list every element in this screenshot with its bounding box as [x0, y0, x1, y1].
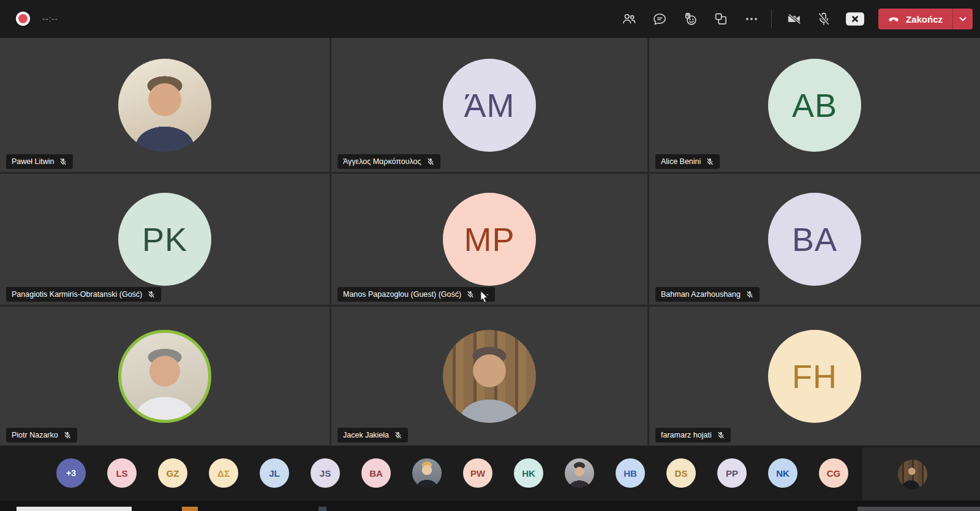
mic-off-icon [426, 157, 435, 166]
leave-button-label: Zakończ [906, 14, 943, 24]
leave-options-button[interactable] [952, 9, 973, 29]
participant-name-label: faramarz hojati [655, 428, 731, 442]
mic-off-icon [59, 157, 67, 166]
breakout-rooms-icon [713, 11, 729, 27]
participant-photo [443, 330, 536, 423]
participant-name-label: Piotr Nazarko [6, 428, 77, 442]
avatar-initials: DS [675, 468, 688, 479]
avatar-initials: PP [726, 468, 738, 479]
stop-sharing-icon [845, 12, 865, 26]
avatar-initials: ΔΣ [217, 468, 230, 479]
filmstrip-avatar[interactable]: PW [463, 458, 492, 488]
avatar-initials: JS [320, 468, 331, 479]
toolbar-device-group: Zakończ [770, 0, 973, 38]
filmstrip-avatar[interactable]: PP [717, 458, 747, 488]
toolbar-divider [771, 10, 772, 28]
avatar-initials: LS [116, 468, 127, 479]
participant-name: Panagiotis Karmiris-Obratanski (Gość) [12, 290, 142, 299]
filmstrip-avatar[interactable]: JS [311, 458, 340, 488]
reactions-icon [682, 11, 698, 27]
filmstrip-avatar[interactable]: LS [107, 458, 137, 488]
filmstrip-avatar[interactable]: GZ [158, 458, 187, 488]
camera-off-icon [786, 11, 802, 27]
mic-off-icon [466, 290, 475, 299]
mic-off-icon [816, 11, 832, 27]
chat-button[interactable] [652, 11, 668, 27]
participant-name-label: Jacek Jakieła [337, 428, 408, 442]
self-view-panel [862, 447, 980, 501]
taskbar-fragment [318, 507, 326, 511]
filmstrip-avatar[interactable]: BA [361, 458, 391, 488]
more-options-icon [744, 11, 760, 27]
recording-indicator-icon [16, 12, 30, 26]
reactions-button[interactable] [682, 11, 698, 27]
filmstrip-avatar[interactable]: DS [666, 458, 696, 488]
meeting-timer: --:-- [42, 14, 58, 23]
avatar-initials: HK [522, 468, 535, 479]
participant-tile: Jacek Jakieła [331, 307, 647, 446]
avatar-initials: GZ [167, 468, 179, 479]
mic-off-icon [717, 431, 725, 439]
avatar-initials: JL [269, 468, 280, 479]
hang-up-icon [887, 12, 900, 26]
avatar-initials: HB [624, 468, 637, 479]
participant-avatar: FH [768, 330, 861, 423]
filmstrip-avatar[interactable]: HK [514, 458, 543, 488]
participants-icon [621, 11, 637, 27]
participant-tile: MP Manos Papazoglou (Guest) (Gość) ··· [331, 174, 647, 305]
participants-filmstrip: +3 LS GZ ΔΣ JL JS BA PW HK HB DS PP NK C… [0, 446, 980, 501]
filmstrip-avatar[interactable]: HB [616, 458, 645, 488]
breakout-rooms-button[interactable] [713, 11, 729, 27]
avatar-initials: PK [142, 220, 187, 258]
filmstrip-avatar[interactable]: NK [768, 458, 797, 488]
mic-off-icon [745, 290, 754, 299]
more-options-button[interactable] [744, 11, 760, 27]
overflow-count: +3 [66, 468, 76, 478]
chevron-down-icon [959, 17, 967, 22]
avatar-initials: CG [827, 468, 841, 479]
participant-name-label: Bahman Azarhoushang [655, 287, 760, 302]
participant-avatar: ΆΜ [443, 59, 536, 152]
screen-bottom-edge [0, 501, 980, 511]
participant-tile: PK Panagiotis Karmiris-Obratanski (Gość) [0, 174, 330, 305]
participant-name: faramarz hojati [661, 431, 712, 439]
taskbar-fragment [858, 507, 980, 511]
overflow-count-badge[interactable]: +3 [56, 458, 86, 488]
taskbar-fragment [182, 507, 198, 511]
avatar-initials: AB [792, 86, 837, 124]
mic-off-button[interactable] [816, 11, 832, 27]
mic-off-icon [706, 157, 714, 166]
stop-sharing-button[interactable] [845, 11, 865, 27]
participant-tile: AB Alice Benini [649, 38, 980, 172]
filmstrip-avatar[interactable]: ΔΣ [209, 458, 238, 488]
recording-area: --:-- [16, 12, 58, 26]
taskbar-fragment [17, 507, 132, 511]
participant-photo-speaking [118, 330, 211, 423]
filmstrip-photo-avatar[interactable] [412, 458, 442, 488]
filmstrip-photo-avatar[interactable] [565, 458, 594, 488]
toolbar-icon-group [621, 0, 760, 38]
participant-name: Manos Papazoglou (Guest) (Gość) [343, 290, 461, 299]
participants-button[interactable] [621, 11, 637, 27]
participant-tile: FH faramarz hojati [649, 307, 980, 446]
mic-off-icon [394, 431, 402, 439]
participant-name: Bahman Azarhoushang [661, 290, 741, 299]
participant-avatar: MP [443, 193, 536, 286]
avatar-initials: BA [792, 220, 837, 258]
mic-off-icon [147, 290, 156, 299]
filmstrip-avatar[interactable]: JL [260, 458, 289, 488]
self-view-avatar[interactable] [898, 460, 927, 489]
avatar-initials: NK [776, 468, 790, 479]
avatar-initials: BA [369, 468, 383, 479]
participant-name: Άγγελος Μαρκόπουλος [343, 157, 421, 166]
leave-button[interactable]: Zakończ [878, 9, 973, 29]
participant-name-label: Alice Benini [655, 154, 720, 169]
participant-name-label: Paweł Litwin [6, 154, 73, 169]
participant-name: Alice Benini [661, 157, 701, 166]
camera-off-button[interactable] [786, 11, 802, 27]
participant-avatar: PK [118, 193, 211, 286]
avatar-initials: MP [464, 220, 515, 258]
filmstrip-avatar[interactable]: CG [819, 458, 848, 488]
participant-name-label: Panagiotis Karmiris-Obratanski (Gość) [6, 287, 161, 302]
mouse-cursor [480, 290, 490, 305]
